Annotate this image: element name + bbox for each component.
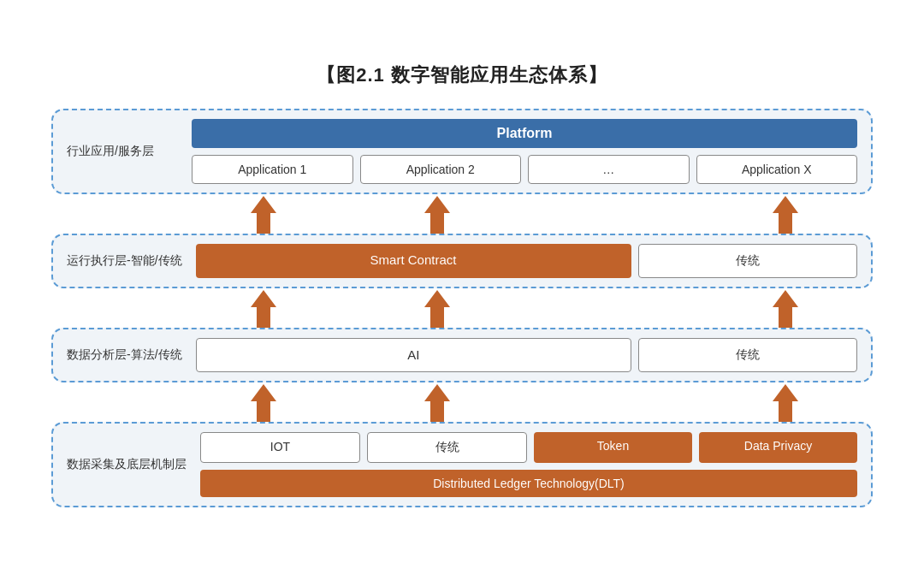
arrow-col-10 <box>351 382 525 422</box>
app-box-3: … <box>528 155 690 184</box>
apps-row: Application 1 Application 2 … Applicatio… <box>192 155 857 184</box>
arrow-up-9 <box>773 384 798 422</box>
app-box-2: Application 2 <box>360 155 522 184</box>
dlt-bar: Distributed Ledger Technology(DLT) <box>200 470 857 497</box>
ai-box: AI <box>196 338 632 372</box>
arrow-col-11 <box>524 382 699 422</box>
exec-layer: 运行执行层-智能/传统 Smart Contract 传统 <box>51 234 873 288</box>
data-layer-label: 数据分析层-算法/传统 <box>67 346 182 364</box>
arrow-col-6 <box>351 288 525 328</box>
arrow-head-7 <box>251 384 276 401</box>
arrow-head-1 <box>251 196 276 213</box>
data-privacy-box: Data Privacy <box>699 432 857 463</box>
exec-trad-box: 传统 <box>638 244 857 278</box>
arrow-up-2 <box>424 196 450 234</box>
diagram-title: 【图2.1 数字智能应用生态体系】 <box>51 62 873 88</box>
app-layer-content: Platform Application 1 Application 2 … A… <box>192 119 857 184</box>
arrow-shaft-1 <box>257 213 270 234</box>
arrow-col-2 <box>351 194 525 234</box>
arrow-col-1 <box>176 194 351 234</box>
arrow-head-3 <box>773 196 798 213</box>
layers: 行业应用/服务层 Platform Application 1 Applicat… <box>51 109 873 507</box>
arrow-up-1 <box>251 196 276 234</box>
arrow-shaft-4 <box>257 307 270 328</box>
data-trad-box: 传统 <box>638 338 857 372</box>
arrow-col-5 <box>176 288 351 328</box>
exec-layer-content: Smart Contract 传统 <box>196 244 857 278</box>
base-layer: 数据采集及底层机制层 IOT 传统 Token Data Privacy Dis… <box>51 422 873 507</box>
data-layer: 数据分析层-算法/传统 AI 传统 <box>51 328 873 382</box>
exec-layer-label: 运行执行层-智能/传统 <box>67 252 182 270</box>
arrow-up-5 <box>424 290 450 328</box>
arrow-col-3 <box>524 194 699 234</box>
iot-box: IOT <box>200 432 360 463</box>
app-layer: 行业应用/服务层 Platform Application 1 Applicat… <box>51 109 873 194</box>
arrow-col-4 <box>699 194 874 234</box>
platform-bar: Platform <box>192 119 857 148</box>
arrow-head-2 <box>424 196 450 213</box>
arrow-shaft-8 <box>430 401 444 422</box>
data-layer-content: AI 传统 <box>196 338 857 372</box>
arrow-shaft-3 <box>779 213 792 234</box>
base-layer-label: 数据采集及底层机制层 <box>67 455 187 473</box>
app-box-4: Application X <box>696 155 858 184</box>
arrow-shaft-2 <box>430 213 444 234</box>
diagram-container: 【图2.1 数字智能应用生态体系】 行业应用/服务层 Platform Appl… <box>51 62 873 507</box>
arrow-shaft-9 <box>779 401 792 422</box>
arrow-col-8 <box>699 288 874 328</box>
arrow-head-8 <box>424 384 450 401</box>
bottom-top-row: IOT 传统 Token Data Privacy <box>200 432 857 463</box>
arrow-shaft-5 <box>430 307 444 328</box>
ai-row: AI 传统 <box>196 338 857 372</box>
app-layer-label: 行业应用/服务层 <box>67 142 178 160</box>
arrow-up-3 <box>773 196 798 234</box>
arrow-head-6 <box>773 290 798 307</box>
arrow-col-7 <box>524 288 699 328</box>
arrow-shaft-6 <box>779 307 792 328</box>
arrow-up-8 <box>424 384 450 422</box>
arrow-up-6 <box>773 290 798 328</box>
arrows-1 <box>51 194 873 234</box>
arrow-col-12 <box>699 382 874 422</box>
app-box-1: Application 1 <box>192 155 353 184</box>
exec-row: Smart Contract 传统 <box>196 244 857 278</box>
arrow-head-9 <box>773 384 798 401</box>
arrows-3 <box>51 382 873 422</box>
arrow-col-9 <box>176 382 351 422</box>
trad-box-bottom: 传统 <box>367 432 527 463</box>
arrow-up-4 <box>251 290 276 328</box>
arrow-head-4 <box>251 290 276 307</box>
smart-contract-box: Smart Contract <box>196 244 631 278</box>
arrow-shaft-7 <box>257 401 270 422</box>
arrow-up-7 <box>251 384 276 422</box>
base-layer-content: IOT 传统 Token Data Privacy Distributed Le… <box>200 432 857 497</box>
arrow-head-5 <box>424 290 450 307</box>
token-box: Token <box>534 432 692 463</box>
arrows-2 <box>51 288 873 328</box>
